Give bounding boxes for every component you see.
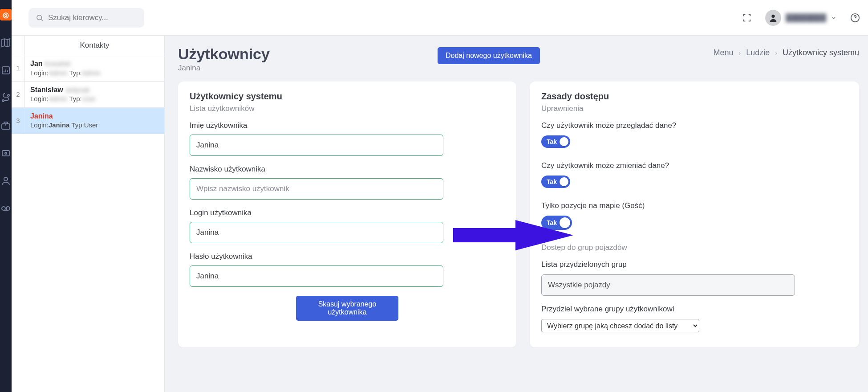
toggle-knob-icon	[560, 217, 570, 228]
map-icon[interactable]	[0, 37, 11, 48]
briefcase-icon[interactable]	[0, 120, 11, 131]
contact-surname: Kowalski	[45, 60, 71, 67]
groups-list-label: Lista przydzielonych grup	[541, 260, 848, 269]
panel-title: Zasady dostępu	[541, 91, 848, 102]
user-icon[interactable]	[0, 176, 11, 186]
panel-subtitle: Lista użytkowników	[190, 104, 505, 113]
topbar: ████████	[12, 0, 868, 36]
page-title: Użytkownicy	[178, 45, 270, 63]
breadcrumb-item-current: Użytkownicy systemu	[783, 48, 859, 57]
last-name-label: Nazwisko użytkownika	[190, 165, 505, 174]
breadcrumb: Menu › Ludzie › Użytkownicy systemu	[714, 48, 859, 57]
first-name-input[interactable]	[190, 135, 443, 156]
svg-point-8	[6, 207, 10, 210]
contact-name: Jan	[30, 60, 43, 67]
toggle-knob-icon	[560, 137, 568, 146]
perm-guest-label: Tylko pozycje na mapie (Gość)	[541, 201, 848, 210]
contacts-header: Kontakty	[25, 36, 164, 55]
contact-surname: Jedynak	[65, 86, 90, 94]
fullscreen-icon[interactable]	[742, 13, 752, 23]
report-icon[interactable]	[0, 65, 11, 76]
toggle-knob-icon	[560, 177, 568, 186]
login-label: Login użytkownika	[190, 208, 505, 217]
breadcrumb-item[interactable]: Ludzie	[746, 48, 770, 57]
help-icon[interactable]	[850, 13, 860, 23]
svg-point-10	[772, 14, 775, 17]
breadcrumb-item[interactable]: Menu	[714, 48, 734, 57]
contacts-sidebar: Kontakty 1 Jan Kowalski Login:Admin Typ:…	[12, 36, 165, 392]
password-input[interactable]	[190, 265, 443, 287]
delete-user-button[interactable]: Skasuj wybranego użytkownika	[296, 296, 398, 321]
perm-view-toggle[interactable]: Tak	[541, 135, 570, 148]
recording-icon[interactable]	[0, 203, 11, 214]
contact-row-1[interactable]: 1 Jan Kowalski Login:Admin Typ:Admin	[12, 55, 164, 82]
login-input[interactable]	[190, 222, 443, 243]
left-rail: ◎	[0, 0, 12, 392]
permissions-panel: Zasady dostępu Uprawnienia Czy użytkowni…	[530, 82, 859, 347]
last-name-input[interactable]	[190, 178, 443, 200]
svg-point-1	[2, 100, 4, 102]
page-subtitle: Janina	[178, 64, 270, 73]
chevron-down-icon	[831, 15, 837, 21]
contact-index: 2	[12, 82, 25, 107]
chevron-right-icon: ›	[775, 49, 777, 57]
add-user-button[interactable]: Dodaj nowego użytkownika	[438, 47, 540, 64]
contact-index: 3	[12, 108, 25, 134]
svg-point-6	[4, 177, 8, 181]
user-menu[interactable]: ████████	[765, 10, 837, 26]
users-panel: Użytkownicy systemu Lista użytkowników I…	[178, 82, 516, 347]
svg-point-9	[37, 15, 42, 20]
perm-guest-toggle[interactable]: Tak	[541, 216, 572, 230]
perm-view-label: Czy użytkownik może przeglądać dane?	[541, 121, 848, 130]
chevron-right-icon: ›	[739, 49, 741, 57]
contact-name: Stanisław	[30, 86, 63, 94]
perm-change-toggle[interactable]: Tak	[541, 176, 570, 188]
panel-title: Użytkownicy systemu	[190, 91, 505, 102]
search-input[interactable]	[48, 13, 137, 22]
assign-group-select[interactable]: Wybierz grupę jaką chcesz dodać do listy	[541, 319, 699, 332]
perm-change-label: Czy użytkownik może zmieniać dane?	[541, 161, 848, 170]
svg-point-7	[2, 207, 5, 210]
first-name-label: Imię użytkownika	[190, 121, 505, 130]
poi-icon[interactable]	[0, 148, 11, 159]
groups-section-head: Dostęp do grup pojazdów	[541, 243, 848, 252]
route-icon[interactable]	[0, 93, 11, 103]
app-logo: ◎	[0, 9, 12, 20]
user-name: ████████	[786, 14, 826, 22]
svg-point-2	[8, 94, 9, 96]
panel-subtitle: Uprawnienia	[541, 104, 848, 113]
svg-rect-4	[2, 151, 9, 156]
contact-row-3[interactable]: 3 Janina Login:Janina Typ:User	[12, 108, 164, 134]
groups-list-input[interactable]	[541, 274, 795, 296]
contact-index: 1	[12, 55, 25, 81]
contact-name: Janina	[30, 112, 53, 120]
avatar-icon	[765, 10, 781, 26]
password-label: Hasło użytkownika	[190, 252, 505, 261]
assign-group-label: Przydziel wybrane grupy użytkownikowi	[541, 305, 848, 314]
contact-row-2[interactable]: 2 Stanisław Jedynak Login:Admin Typ:User	[12, 82, 164, 108]
search-input-wrap[interactable]	[28, 8, 144, 28]
search-icon	[36, 14, 44, 22]
